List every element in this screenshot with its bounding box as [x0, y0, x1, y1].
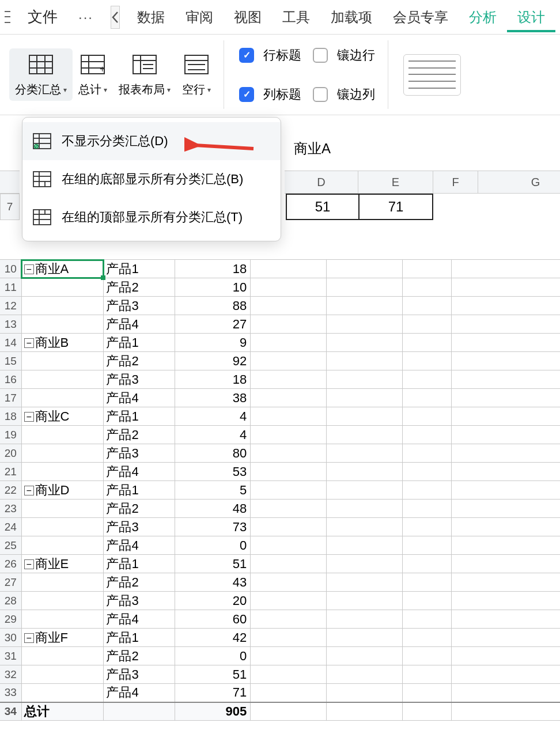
caret-icon: ▾ [63, 86, 67, 94]
tab-tools[interactable]: 工具 [272, 8, 320, 27]
svg-rect-0 [29, 55, 52, 74]
blankrows-button[interactable]: 空行 ▾ [176, 48, 217, 101]
blankrows-icon [184, 52, 209, 77]
grandtotal-icon: + [80, 52, 105, 77]
grandtotal-button[interactable]: + 总计 ▾ [73, 48, 113, 101]
tab-review[interactable]: 审阅 [175, 8, 224, 27]
layout-button[interactable]: 报表布局 ▾ [113, 48, 176, 101]
checkbox-empty-icon [313, 48, 328, 63]
nav-back-button[interactable] [111, 6, 120, 29]
tab-addins[interactable]: 加载项 [320, 8, 383, 27]
menu-file[interactable]: 文件 [17, 7, 68, 27]
chevron-left-icon [111, 11, 119, 24]
tab-member[interactable]: 会员专享 [383, 8, 459, 27]
tab-analysis[interactable]: 分析 [459, 8, 507, 27]
menubar: 文件 ··· 数据 审阅 视图 工具 加载项 会员专享 分析 设计 [0, 0, 560, 35]
hamburger-icon[interactable] [5, 9, 10, 25]
tab-data[interactable]: 数据 [127, 8, 175, 27]
banded-cols-checkbox[interactable]: 镶边列 [313, 86, 375, 103]
layout-icon [132, 52, 157, 77]
checkbox-checked-icon: ✓ [239, 87, 254, 102]
banded-rows-checkbox[interactable]: 镶边行 [313, 47, 375, 64]
subtotal-button[interactable]: 分类汇总 ▾ [9, 48, 73, 101]
checkbox-checked-icon: ✓ [239, 48, 254, 63]
row-headers-checkbox[interactable]: ✓ 行标题 [239, 47, 301, 64]
col-headers-checkbox[interactable]: ✓ 列标题 [239, 86, 301, 103]
tab-design[interactable]: 设计 [507, 8, 555, 32]
pivot-style-preview[interactable] [403, 54, 461, 96]
subtotal-icon [28, 52, 54, 77]
checkbox-empty-icon [313, 87, 328, 102]
svg-text:+: + [100, 64, 105, 74]
tab-view[interactable]: 视图 [224, 8, 272, 27]
menu-more[interactable]: ··· [68, 9, 104, 25]
ribbon: 分类汇总 ▾ + 总计 ▾ 报表布局 ▾ 空行 ▾ ✓ 行标题 [0, 35, 560, 115]
